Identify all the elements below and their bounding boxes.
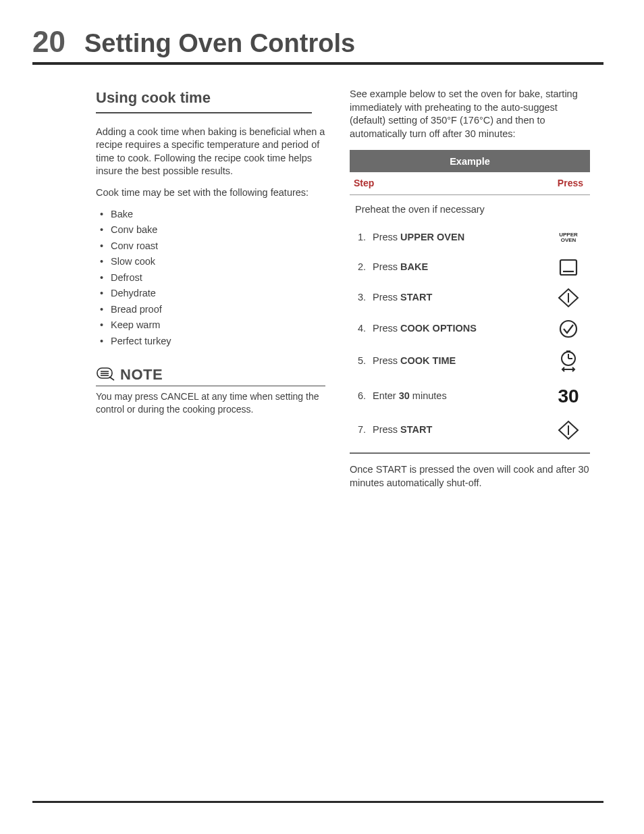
right-intro: See example below to set the oven for ba… [350,88,590,140]
col-step: Step [354,177,374,190]
list-item: Perfect turkey [96,335,325,348]
svg-rect-12 [566,350,570,353]
cook-time-icon [549,350,587,373]
table-row: 2. Press BAKE [354,253,587,282]
list-item: Keep warm [96,319,325,332]
table-row: 3. Press START [354,282,587,313]
note-block: NOTE You may press CANCEL at any time wh… [96,365,325,416]
bake-icon [549,258,587,277]
list-item: Slow cook [96,255,325,269]
footer-rule [32,801,603,803]
start-icon [549,288,587,308]
features-list: Bake Conv bake Conv roast Slow cook Defr… [96,208,325,348]
table-banner: Example [350,152,590,172]
svg-rect-4 [560,260,576,275]
table-row: 4. Press COOK OPTIONS [354,313,587,344]
table-row: 5. Press COOK TIME [354,344,587,378]
table-row: 1. Press UPPER OVEN UPPEROVEN [354,223,587,253]
list-item: Dehydrate [96,287,325,301]
step-text: Press UPPER OVEN [369,231,549,244]
note-icon [96,366,116,382]
page-number: 20 [32,27,65,57]
step-number: 4. [354,322,369,336]
step-text: Press START [369,423,549,437]
left-column: Using cook time Adding a cook time when … [96,88,325,490]
step-number: 2. [354,261,369,274]
table-header: Step Press [350,172,590,195]
list-item: Conv bake [96,224,325,237]
step-number: 1. [354,231,369,244]
list-item: Bread proof [96,303,325,317]
step-text: Press COOK TIME [369,355,549,368]
step-number: 5. [354,355,369,368]
section-heading: Using cook time [96,88,312,113]
page-header: 20 Setting Oven Controls [32,27,603,65]
right-column: See example below to set the oven for ba… [350,88,590,490]
features-lead: Cook time may be set with the following … [96,186,325,200]
cook-options-icon [549,319,587,339]
step-text: Press BAKE [369,261,549,274]
table-row: 7. Press START [354,415,587,446]
example-table: Example Step Press Preheat the oven if n… [350,150,590,454]
start-icon [549,420,587,440]
page-title: Setting Oven Controls [84,29,355,58]
list-item: Bake [96,208,325,221]
step-text: Enter 30 minutes [369,390,549,403]
step-text: Press START [369,291,549,305]
upper-oven-icon: UPPEROVEN [549,232,587,244]
after-table-text: Once START is pressed the oven will cook… [350,463,590,490]
intro-paragraph: Adding a cook time when baking is benefi… [96,126,325,178]
list-item: Conv roast [96,240,325,253]
step-number: 6. [354,390,369,403]
svg-point-8 [560,321,576,337]
note-label: NOTE [120,365,163,385]
thirty-icon: 30 [549,384,587,409]
col-press: Press [558,177,583,190]
list-item: Defrost [96,271,325,285]
step-number: 3. [354,291,369,305]
preheat-row: Preheat the oven if necessary [354,201,587,224]
note-text: You may press CANCEL at any time when se… [96,390,325,416]
step-text: Press COOK OPTIONS [369,322,549,336]
table-row: 6. Enter 30 minutes 30 [354,378,587,415]
step-number: 7. [354,423,369,437]
